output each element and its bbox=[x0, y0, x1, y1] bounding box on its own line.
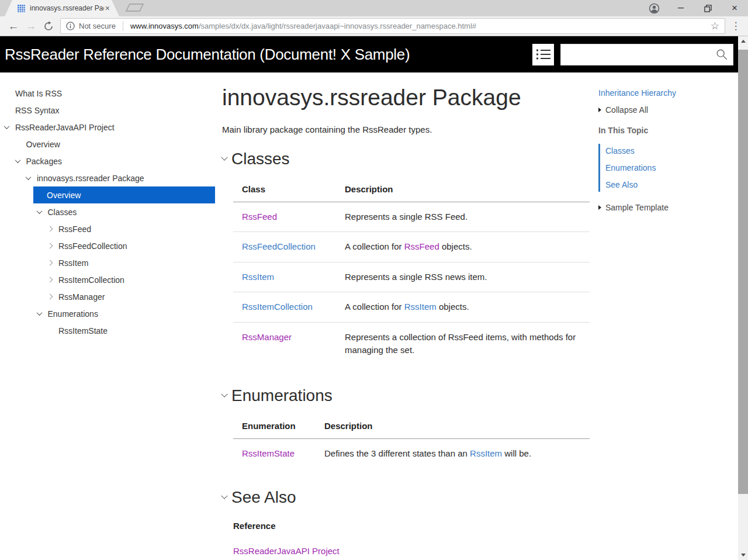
collapse-all-button[interactable]: Collapse All bbox=[598, 105, 748, 115]
minimize-button[interactable]: – bbox=[667, 0, 694, 16]
chevron-down-icon[interactable] bbox=[36, 310, 42, 316]
sidebar-item-label: RssFeedCollection bbox=[58, 241, 127, 251]
sidebar-item-rssmanager[interactable]: RssManager bbox=[0, 288, 216, 305]
collapse-chevron-icon[interactable] bbox=[221, 154, 227, 160]
topic-link-enumerations[interactable]: Enumerations bbox=[605, 163, 686, 172]
bookmark-star-icon[interactable]: ☆ bbox=[711, 20, 719, 32]
classes-section-header: Classes bbox=[222, 150, 590, 168]
sidebar-item-label: What Is RSS bbox=[15, 89, 62, 98]
reload-button[interactable] bbox=[40, 21, 57, 32]
arrow-up-icon bbox=[741, 40, 746, 43]
forward-button[interactable]: → bbox=[22, 20, 40, 33]
column-header: Description bbox=[316, 412, 590, 439]
collapse-chevron-icon[interactable] bbox=[221, 390, 227, 397]
search-input[interactable] bbox=[567, 50, 715, 59]
tab-close-icon[interactable]: × bbox=[104, 4, 111, 13]
sidebar-item-label: Classes bbox=[48, 208, 77, 217]
classes-heading: Classes bbox=[231, 150, 290, 168]
description-cell: A collection for RssFeed objects. bbox=[336, 232, 590, 262]
rssitemstate-link[interactable]: RssItemState bbox=[242, 448, 295, 458]
address-bar[interactable]: Not secure www.innovasys.com/samples/dx/… bbox=[60, 18, 725, 34]
sidebar-item-classes[interactable]: Classes bbox=[0, 203, 216, 220]
window-close-button[interactable]: × bbox=[721, 0, 748, 16]
sidebar-item-rssreaderjavaapi-project[interactable]: RssReaderJavaAPI Project bbox=[0, 119, 216, 136]
rssfeedcollection-link[interactable]: RssFeedCollection bbox=[242, 241, 316, 251]
sidebar-item-rssitemstate[interactable]: RssItemState bbox=[0, 322, 216, 339]
sidebar-item-rssfeed[interactable]: RssFeed bbox=[0, 220, 216, 237]
chevron-right-icon[interactable] bbox=[47, 294, 53, 300]
sidebar-item-overview[interactable]: Overview bbox=[33, 186, 215, 203]
see-also-heading: See Also bbox=[231, 488, 296, 507]
see-also-section-header: See Also bbox=[222, 488, 590, 507]
back-button[interactable]: ← bbox=[5, 20, 22, 33]
rssfeed-link[interactable]: RssFeed bbox=[404, 241, 439, 251]
sidebar-item-label: RSS Syntax bbox=[15, 106, 59, 115]
rssitem-link[interactable]: RssItem bbox=[242, 272, 274, 282]
table-row: RssItemCollectionA collection for RssIte… bbox=[233, 292, 590, 323]
in-this-topic-heading: In This Topic bbox=[598, 126, 748, 135]
scroll-up-button[interactable] bbox=[738, 36, 748, 46]
sample-template-label: Sample Template bbox=[605, 203, 669, 212]
profile-button[interactable] bbox=[640, 0, 667, 16]
sidebar-item-innovasys-rssreader-package[interactable]: innovasys.rssreader Package bbox=[0, 170, 216, 186]
info-icon[interactable] bbox=[66, 22, 75, 30]
rssitem-link[interactable]: RssItem bbox=[470, 448, 502, 458]
inheritance-hierarchy-link[interactable]: Inheritance Hierarchy bbox=[598, 88, 748, 98]
sidebar-item-label: Overview bbox=[26, 140, 60, 149]
browser-menu-icon[interactable]: ⋮ bbox=[728, 20, 743, 32]
name-cell: RssFeed bbox=[233, 202, 336, 232]
topic-link-classes[interactable]: Classes bbox=[605, 146, 686, 155]
column-header: Enumeration bbox=[233, 412, 316, 439]
sidebar-item-enumerations[interactable]: Enumerations bbox=[0, 305, 216, 322]
scrollbar-thumb[interactable] bbox=[738, 50, 748, 494]
sidebar-item-rssitemcollection[interactable]: RssItemCollection bbox=[0, 271, 216, 288]
doc-title: RssReader Reference Documentation (Docum… bbox=[5, 46, 532, 64]
rssfeed-link[interactable]: RssFeed bbox=[242, 212, 277, 222]
sidebar-item-rss-syntax[interactable]: RSS Syntax bbox=[0, 102, 216, 119]
see-also-project-link[interactable]: RssReaderJavaAPI Project bbox=[233, 546, 340, 556]
restore-button[interactable] bbox=[694, 0, 721, 16]
collapse-chevron-icon[interactable] bbox=[221, 493, 227, 499]
sample-template-button[interactable]: Sample Template bbox=[598, 203, 748, 212]
scroll-down-button[interactable] bbox=[738, 550, 748, 560]
chevron-down-icon[interactable] bbox=[4, 123, 10, 129]
description-text: objects. bbox=[439, 241, 472, 251]
toc-toggle-button[interactable] bbox=[532, 44, 554, 65]
favicon-grid-icon bbox=[17, 4, 26, 13]
topic-link-see-also[interactable]: See Also bbox=[605, 180, 686, 189]
sidebar-tree: What Is RSSRSS SyntaxRssReaderJavaAPI Pr… bbox=[0, 72, 216, 560]
chevron-right-icon[interactable] bbox=[47, 260, 53, 266]
sidebar-item-label: RssItemState bbox=[58, 326, 108, 336]
new-tab-button[interactable] bbox=[126, 4, 144, 12]
sidebar-item-packages[interactable]: Packages bbox=[0, 153, 216, 170]
search-icon[interactable] bbox=[715, 48, 728, 61]
chevron-down-icon[interactable] bbox=[15, 157, 20, 163]
column-header: Class bbox=[233, 175, 336, 202]
table-row: RssItemStateDefines the 3 different stat… bbox=[233, 438, 590, 468]
sidebar-item-rssitem[interactable]: RssItem bbox=[0, 254, 216, 271]
rssitemcollection-link[interactable]: RssItemCollection bbox=[242, 302, 313, 312]
collapse-all-label: Collapse All bbox=[605, 105, 648, 115]
chevron-down-icon[interactable] bbox=[26, 174, 32, 180]
rssitem-link[interactable]: RssItem bbox=[404, 302, 437, 312]
chevron-right-icon[interactable] bbox=[47, 226, 53, 232]
sidebar-item-label: Enumerations bbox=[48, 309, 98, 319]
sidebar-item-rssfeedcollection[interactable]: RssFeedCollection bbox=[0, 237, 216, 254]
chevron-down-icon[interactable] bbox=[36, 208, 42, 214]
browser-tab[interactable]: innovasys.rssreader Packa × bbox=[5, 0, 119, 16]
sidebar-item-label: Packages bbox=[26, 157, 62, 166]
description-cell: Represents a single RSS news item. bbox=[336, 262, 590, 292]
table-row: RssItemRepresents a single RSS news item… bbox=[233, 262, 590, 292]
sidebar-item-what-is-rss[interactable]: What Is RSS bbox=[0, 85, 216, 102]
sidebar-item-label: innovasys.rssreader Package bbox=[37, 174, 144, 183]
omnibox-divider bbox=[123, 21, 123, 31]
description-text: A collection for bbox=[345, 302, 404, 312]
sidebar-item-overview[interactable]: Overview bbox=[0, 136, 216, 153]
chevron-right-icon[interactable] bbox=[47, 243, 53, 249]
chevron-right-icon[interactable] bbox=[47, 277, 53, 283]
description-text: objects. bbox=[437, 302, 469, 312]
doc-search bbox=[560, 44, 733, 65]
security-label: Not secure bbox=[79, 22, 116, 30]
rssmanager-link[interactable]: RssManager bbox=[242, 332, 292, 342]
page-scrollbar bbox=[738, 36, 748, 560]
